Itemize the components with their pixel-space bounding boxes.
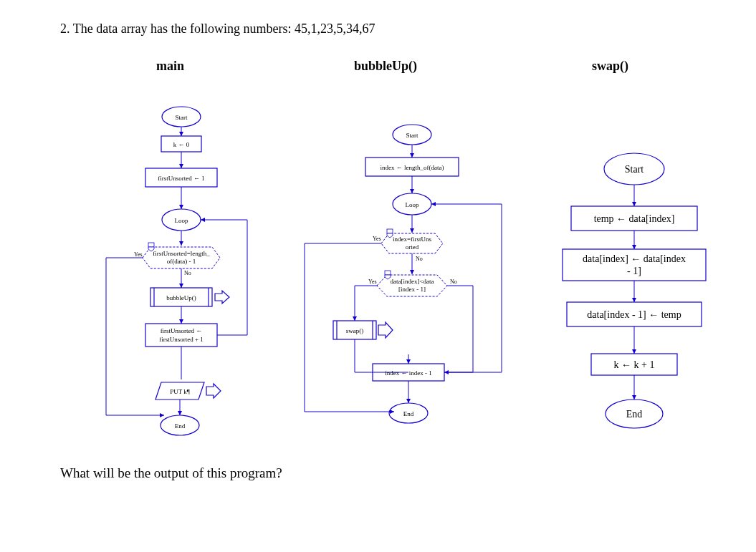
main-no-label: No — [184, 270, 191, 276]
main-end-label: End — [175, 422, 186, 430]
svg-rect-14 — [387, 229, 393, 233]
main-put-label: PUT k¶ — [170, 388, 190, 395]
swap-s1-label: temp ← data[index] — [594, 213, 675, 224]
main-incr-line2: firstUnsorted + 1 — [159, 336, 204, 343]
question-suffix: What will be the output of this program? — [60, 465, 282, 481]
main-loop-label: Loop — [175, 217, 188, 224]
bubble-start-label: Start — [406, 132, 418, 139]
svg-rect-4 — [148, 243, 154, 247]
flowchart-main: Start k ← 0 firstUnsorted ← 1 Loop first… — [93, 100, 279, 451]
col-title-bubble: bubbleUp() — [354, 59, 417, 74]
bubble-swap-label: swap() — [346, 327, 364, 334]
bubble-yes1: Yes — [373, 236, 381, 242]
main-incr-line1: firstUnsorted ← — [161, 327, 203, 334]
bubble-yes2: Yes — [368, 279, 377, 285]
flowchart-swap: Start temp ← data[index] data[index] ← d… — [552, 149, 717, 450]
swap-end-label: End — [626, 409, 643, 420]
main-decision-line2: of(data) - 1 — [167, 258, 196, 265]
main-k0-label: k ← 0 — [173, 141, 190, 148]
bubble-swap-arrow — [378, 322, 393, 338]
main-start-label: Start — [176, 114, 188, 121]
main-decision-line1: firstUnsorted=length_ — [153, 250, 210, 257]
main-bubbleup-label: bubbleUp() — [166, 294, 196, 301]
svg-rect-16 — [385, 271, 391, 275]
bubble-idxlen-label: index ← length_of(data) — [381, 164, 444, 171]
bubble-no1: No — [416, 256, 423, 262]
swap-start-label: Start — [625, 164, 644, 175]
bubble-decision2-line1: data[index]<data — [390, 278, 434, 285]
swap-s2-line1: data[index] ← data[index — [583, 253, 686, 264]
question-text: 2. The data array has the following numb… — [60, 21, 375, 37]
bubble-decr-label: index ← index - 1 — [385, 369, 432, 377]
flowchart-bubbleup: Start index ← length_of(data) Loop index… — [287, 118, 516, 447]
bubble-decision2-line2: [index - 1] — [398, 286, 426, 293]
swap-s4-label: k ← k + 1 — [614, 359, 655, 370]
main-fu1-label: firstUnsorted ← 1 — [158, 175, 205, 182]
main-yes-label: Yes — [134, 251, 143, 258]
page: 2. The data array has the following numb… — [0, 0, 756, 552]
bubble-end-label: End — [403, 410, 414, 417]
bubble-decision1-line1: index=firstUns — [393, 236, 432, 243]
bubble-loop-label: Loop — [406, 201, 419, 208]
col-title-swap: swap() — [592, 59, 628, 74]
swap-s2-line2: - 1] — [627, 266, 641, 276]
swap-s3-label: data[index - 1] ← temp — [587, 309, 681, 320]
main-put-arrow — [206, 384, 221, 398]
col-title-main: main — [156, 59, 184, 74]
bubble-decision1-line2: orted — [406, 243, 419, 251]
main-bubbleup-arrow — [215, 291, 229, 304]
bubble-no2: No — [450, 279, 457, 285]
